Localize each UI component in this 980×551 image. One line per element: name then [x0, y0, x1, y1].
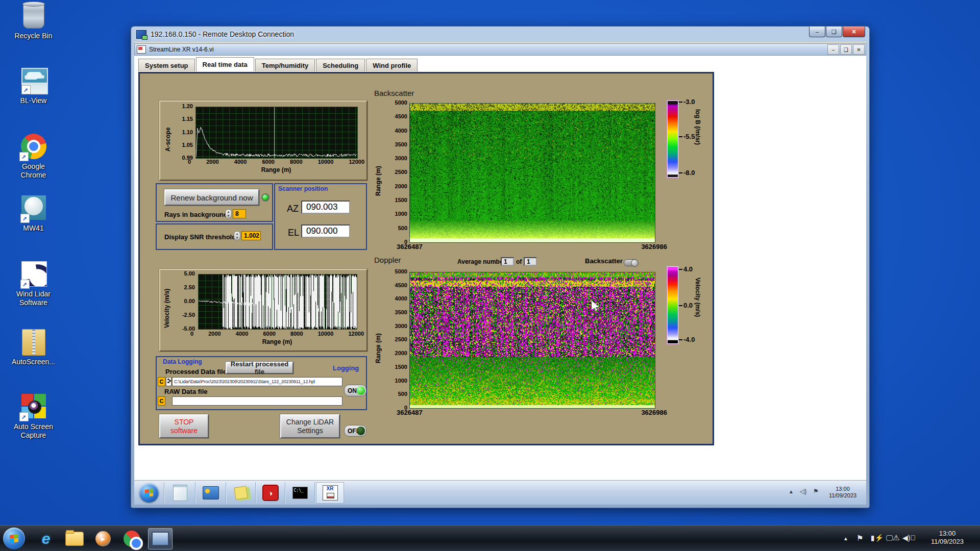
start-button[interactable]	[3, 528, 25, 549]
y-tick: 4000	[395, 128, 407, 134]
stop-software-button[interactable]: STOP software	[159, 414, 209, 438]
y-tick: 1000	[395, 211, 407, 217]
app-maximize-button[interactable]: ❑	[840, 44, 852, 55]
taskbar-media-player[interactable]: ►	[91, 528, 115, 549]
shortcut-arrow-icon: ➚	[20, 214, 30, 223]
y-tick: 3500	[395, 310, 407, 315]
y-tick: 3500	[395, 142, 407, 147]
rays-value-field[interactable]: 8	[233, 209, 246, 218]
backscatter-y-ticks: 5000 4500 4000 3500 3000 2500 2000 1500 …	[385, 100, 407, 245]
tray-expand-icon[interactable]: ▲	[843, 536, 848, 541]
az-value-field[interactable]: 090.003	[301, 201, 350, 214]
remote-flag-icon[interactable]: ⚑	[813, 488, 819, 495]
x-tick: 12000	[349, 159, 364, 165]
processed-logging-toggle[interactable]: ON	[344, 385, 366, 396]
tray-volume-muted-icon[interactable]: ◀)⃠	[902, 534, 916, 542]
raw-path-field[interactable]	[172, 396, 342, 406]
remote-start-button[interactable]	[139, 483, 159, 503]
close-button[interactable]: ✕	[843, 27, 865, 37]
remote-tray-expand-icon[interactable]: ▲	[789, 489, 794, 494]
tab-scheduling[interactable]: Scheduling	[316, 59, 365, 71]
az-label: AZ	[287, 204, 299, 214]
x-tick: 3626986	[641, 410, 667, 415]
x-tick: 4000	[236, 331, 248, 337]
spinner-down-icon[interactable]: ▼	[227, 214, 230, 218]
taskbar-clock[interactable]: 13:00 11/09/2023	[919, 530, 976, 546]
backscatter-heatmap[interactable]	[409, 103, 655, 243]
velocity-plot-frame: Velocity (m/s) 5.00 2.50 0.00 -2.50 -5.0…	[159, 269, 368, 352]
remote-taskbar-cmd[interactable]: C:\_	[286, 482, 313, 504]
desktop-icon-mw41[interactable]: ➚ MW41	[9, 195, 58, 233]
desktop-icon-google-chrome[interactable]: ➚ Google Chrome	[9, 134, 58, 180]
processed-path-browse-icon[interactable]	[166, 377, 172, 386]
backscatter-toggle-label: Backscatter	[585, 257, 623, 265]
y-tick: 5000	[395, 100, 407, 106]
tab-system-setup[interactable]: System setup	[138, 59, 195, 71]
on-label: ON	[348, 387, 357, 394]
maximize-button[interactable]: ❑	[826, 27, 842, 37]
tab-strip: System setup Real time data Temp/humidit…	[138, 58, 419, 71]
backscatter-toggle-switch[interactable]	[624, 259, 638, 266]
spinner-down-icon[interactable]: ▼	[236, 236, 239, 240]
desktop-icon-label: AutoScreen...	[9, 358, 58, 366]
desktop-icon-recycle-bin[interactable]: Recycle Bin	[9, 3, 58, 40]
average-number-field[interactable]: 1	[501, 257, 514, 266]
tray-network-icon[interactable]: 🖵⚠	[886, 534, 899, 542]
desktop-icon-label: Recycle Bin	[9, 32, 58, 40]
ascope-x-ticks: 0 2000 4000 6000 8000 10000 12000	[188, 159, 364, 165]
start-orb-icon	[10, 534, 18, 543]
app-minimize-button[interactable]: –	[827, 44, 839, 55]
app-titlebar[interactable]: StreamLine XR v14-6.vi	[134, 43, 866, 56]
tab-wind-profile[interactable]: Wind profile	[366, 59, 418, 71]
spinner-up-icon[interactable]: ▲	[236, 232, 239, 236]
tab-real-time-data[interactable]: Real time data	[196, 57, 254, 71]
remote-speaker-icon[interactable]: ◁)	[800, 488, 806, 495]
remote-taskbar-xr-app[interactable]: XR	[316, 482, 344, 504]
tab-temp-humidity[interactable]: Temp/humidity	[255, 59, 315, 71]
display-settings-icon	[203, 486, 219, 499]
el-value-field[interactable]: 090.000	[301, 224, 350, 238]
remote-clock-date: 11/09/2023	[822, 492, 863, 499]
tray-battery-icon[interactable]: ▮⚡	[871, 534, 884, 542]
bl-view-icon: ➚	[21, 68, 48, 94]
taskbar-ie[interactable]: e	[34, 528, 58, 549]
data-logging-title: Data Logging	[163, 358, 202, 365]
change-lidar-settings-button[interactable]: Change LiDAR Settings	[280, 414, 340, 438]
el-label: EL	[288, 228, 299, 238]
desktop-icon-bl-view[interactable]: ➚ BL-View	[9, 68, 58, 105]
snr-spinner[interactable]: ▲▼	[234, 231, 240, 240]
rdp-titlebar[interactable]: 192.168.0.150 - Remote Desktop Connectio…	[131, 27, 874, 42]
taskbar-chrome[interactable]	[119, 528, 144, 549]
shortcut-arrow-icon: ➚	[19, 152, 29, 161]
desktop-icon-autoscreen[interactable]: AutoScreen...	[9, 329, 58, 366]
velocity-x-axis-label: Range (m)	[198, 338, 356, 345]
app-close-button[interactable]: ✕	[853, 44, 865, 55]
change-line1: Change LiDAR	[286, 418, 334, 427]
desktop-icon-auto-screen-capture[interactable]: ➚ Auto Screen Capture	[9, 394, 58, 440]
raw-logging-toggle[interactable]: OFF	[344, 425, 366, 437]
remote-clock[interactable]: 13:00 11/09/2023	[822, 486, 863, 499]
taskbar-explorer[interactable]	[62, 528, 87, 549]
snr-value-field[interactable]: 1.002	[241, 231, 261, 240]
tray-flag-icon[interactable]: ⚑	[856, 534, 863, 543]
processed-drive-badge[interactable]: C	[158, 377, 165, 386]
remote-taskbar-notepad[interactable]	[166, 482, 194, 504]
desktop-icon-wind-lidar[interactable]: ➚ Wind Lidar Software	[9, 261, 58, 307]
taskbar-rdp-active[interactable]	[148, 528, 173, 549]
renew-background-button[interactable]: Renew background now	[164, 189, 259, 206]
remote-taskbar-power[interactable]: ◑	[257, 482, 284, 504]
desktop-icon-label: BL-View	[9, 96, 58, 105]
doppler-colorbar-label: Velocity (m/s)	[694, 278, 701, 344]
restart-processed-file-button[interactable]: Restart processed file	[226, 362, 293, 374]
rdp-titlebar-icon	[136, 30, 146, 39]
average-count-field[interactable]: 1	[524, 257, 537, 266]
remote-taskbar-sticky-notes[interactable]	[227, 482, 254, 504]
processed-path-field[interactable]: C:\Lidar\Data\Proc\2023\202309\20230911\…	[172, 377, 342, 386]
minimize-button[interactable]: –	[809, 27, 825, 37]
doppler-heatmap[interactable]	[409, 272, 655, 409]
y-tick: 4500	[395, 283, 407, 288]
remote-taskbar-display-settings[interactable]	[197, 482, 225, 504]
raw-drive-badge[interactable]: C	[158, 396, 165, 406]
rays-spinner[interactable]: ▲▼	[225, 209, 232, 218]
spinner-up-icon[interactable]: ▲	[227, 210, 230, 214]
